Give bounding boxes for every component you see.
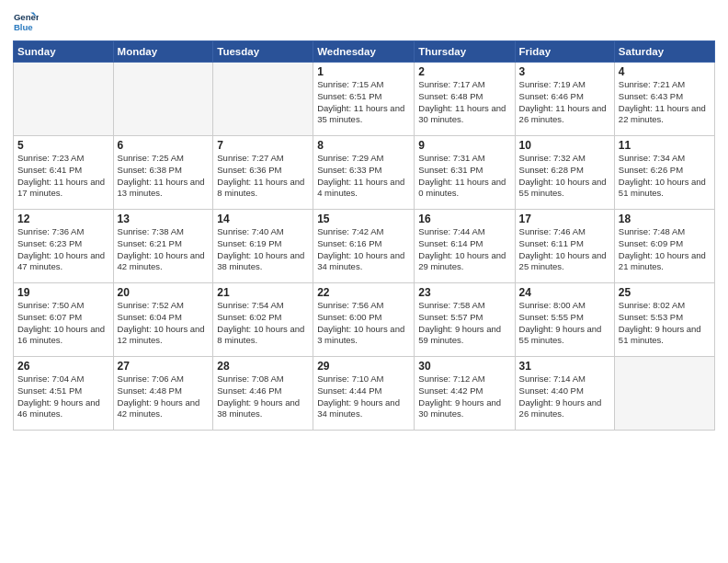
day-info: Sunrise: 7:12 AM Sunset: 4:42 PM Dayligh… [418,373,510,420]
day-info: Sunrise: 8:00 AM Sunset: 5:55 PM Dayligh… [519,300,610,347]
day-info: Sunrise: 7:08 AM Sunset: 4:46 PM Dayligh… [217,373,309,420]
svg-text:Blue: Blue [14,22,33,32]
day-number: 24 [519,286,610,299]
calendar-cell: 30Sunrise: 7:12 AM Sunset: 4:42 PM Dayli… [415,357,515,431]
day-number: 27 [118,360,210,373]
calendar-cell: 21Sunrise: 7:54 AM Sunset: 6:02 PM Dayli… [213,283,313,357]
calendar-cell: 23Sunrise: 7:58 AM Sunset: 5:57 PM Dayli… [415,283,515,357]
day-number: 30 [418,360,510,373]
calendar-cell: 15Sunrise: 7:42 AM Sunset: 6:16 PM Dayli… [313,210,415,283]
day-number: 17 [519,213,610,225]
weekday-header-friday: Friday [515,41,614,63]
day-info: Sunrise: 7:58 AM Sunset: 5:57 PM Dayligh… [418,300,510,347]
calendar-cell [113,63,213,136]
calendar-cell: 29Sunrise: 7:10 AM Sunset: 4:44 PM Dayli… [313,357,415,431]
calendar-cell: 24Sunrise: 8:00 AM Sunset: 5:55 PM Dayli… [515,283,614,357]
calendar-cell: 2Sunrise: 7:17 AM Sunset: 6:48 PM Daylig… [415,63,515,136]
day-number: 13 [118,213,210,225]
day-info: Sunrise: 7:23 AM Sunset: 6:41 PM Dayligh… [17,153,109,200]
day-info: Sunrise: 7:10 AM Sunset: 4:44 PM Dayligh… [317,373,410,420]
week-row-5: 26Sunrise: 7:04 AM Sunset: 4:51 PM Dayli… [14,357,715,431]
day-number: 8 [317,139,410,152]
week-row-4: 19Sunrise: 7:50 AM Sunset: 6:07 PM Dayli… [14,283,715,357]
header-row: SundayMondayTuesdayWednesdayThursdayFrid… [14,41,715,63]
day-number: 3 [519,65,610,78]
calendar-cell: 14Sunrise: 7:40 AM Sunset: 6:19 PM Dayli… [213,210,313,283]
day-number: 21 [217,286,309,299]
calendar-cell: 6Sunrise: 7:25 AM Sunset: 6:38 PM Daylig… [113,136,213,210]
day-number: 15 [317,213,410,225]
calendar-cell: 20Sunrise: 7:52 AM Sunset: 6:04 PM Dayli… [113,283,213,357]
day-number: 25 [619,286,711,299]
header: General Blue [13,9,715,35]
day-info: Sunrise: 7:36 AM Sunset: 6:23 PM Dayligh… [17,226,109,273]
day-number: 12 [17,213,109,225]
calendar-cell: 18Sunrise: 7:48 AM Sunset: 6:09 PM Dayli… [614,210,714,283]
calendar-cell: 13Sunrise: 7:38 AM Sunset: 6:21 PM Dayli… [113,210,213,283]
day-number: 28 [217,360,309,373]
day-info: Sunrise: 7:06 AM Sunset: 4:48 PM Dayligh… [118,373,210,420]
calendar-cell: 22Sunrise: 7:56 AM Sunset: 6:00 PM Dayli… [313,283,415,357]
day-info: Sunrise: 7:29 AM Sunset: 6:33 PM Dayligh… [317,153,410,200]
calendar-cell: 11Sunrise: 7:34 AM Sunset: 6:26 PM Dayli… [614,136,714,210]
calendar-cell: 7Sunrise: 7:27 AM Sunset: 6:36 PM Daylig… [213,136,313,210]
day-number: 11 [619,139,711,152]
day-number: 20 [118,286,210,299]
day-number: 26 [17,360,109,373]
weekday-header-wednesday: Wednesday [313,41,415,63]
logo: General Blue [13,9,42,35]
calendar-cell: 3Sunrise: 7:19 AM Sunset: 6:46 PM Daylig… [515,63,614,136]
day-info: Sunrise: 7:34 AM Sunset: 6:26 PM Dayligh… [619,153,711,200]
day-info: Sunrise: 7:32 AM Sunset: 6:28 PM Dayligh… [519,153,610,200]
calendar-cell [614,357,714,431]
day-info: Sunrise: 7:38 AM Sunset: 6:21 PM Dayligh… [118,226,210,273]
day-number: 29 [317,360,410,373]
weekday-header-saturday: Saturday [614,41,714,63]
day-info: Sunrise: 7:40 AM Sunset: 6:19 PM Dayligh… [217,226,309,273]
calendar-cell: 17Sunrise: 7:46 AM Sunset: 6:11 PM Dayli… [515,210,614,283]
calendar-cell: 8Sunrise: 7:29 AM Sunset: 6:33 PM Daylig… [313,136,415,210]
day-number: 14 [217,213,309,225]
day-info: Sunrise: 7:56 AM Sunset: 6:00 PM Dayligh… [317,300,410,347]
day-info: Sunrise: 7:25 AM Sunset: 6:38 PM Dayligh… [118,153,210,200]
week-row-1: 1Sunrise: 7:15 AM Sunset: 6:51 PM Daylig… [14,63,715,136]
calendar-cell: 25Sunrise: 8:02 AM Sunset: 5:53 PM Dayli… [614,283,714,357]
day-number: 22 [317,286,410,299]
calendar-cell: 5Sunrise: 7:23 AM Sunset: 6:41 PM Daylig… [14,136,114,210]
day-number: 31 [519,360,610,373]
day-info: Sunrise: 7:44 AM Sunset: 6:14 PM Dayligh… [418,226,510,273]
weekday-header-thursday: Thursday [415,41,515,63]
day-info: Sunrise: 7:54 AM Sunset: 6:02 PM Dayligh… [217,300,309,347]
calendar-cell: 1Sunrise: 7:15 AM Sunset: 6:51 PM Daylig… [313,63,415,136]
day-number: 9 [418,139,510,152]
calendar-cell: 4Sunrise: 7:21 AM Sunset: 6:43 PM Daylig… [614,63,714,136]
logo-icon: General Blue [13,9,39,35]
day-info: Sunrise: 8:02 AM Sunset: 5:53 PM Dayligh… [619,300,711,347]
day-info: Sunrise: 7:31 AM Sunset: 6:31 PM Dayligh… [418,153,510,200]
day-info: Sunrise: 7:27 AM Sunset: 6:36 PM Dayligh… [217,153,309,200]
day-number: 1 [317,65,410,78]
calendar-cell: 27Sunrise: 7:06 AM Sunset: 4:48 PM Dayli… [113,357,213,431]
day-number: 18 [619,213,711,225]
day-info: Sunrise: 7:14 AM Sunset: 4:40 PM Dayligh… [519,373,610,420]
svg-text:General: General [14,12,39,22]
day-info: Sunrise: 7:52 AM Sunset: 6:04 PM Dayligh… [118,300,210,347]
day-number: 5 [17,139,109,152]
day-info: Sunrise: 7:42 AM Sunset: 6:16 PM Dayligh… [317,226,410,273]
day-number: 2 [418,65,510,78]
page: General Blue SundayMondayTuesdayWednesda… [0,0,728,563]
day-info: Sunrise: 7:46 AM Sunset: 6:11 PM Dayligh… [519,226,610,273]
weekday-header-tuesday: Tuesday [213,41,313,63]
day-info: Sunrise: 7:21 AM Sunset: 6:43 PM Dayligh… [619,79,711,126]
day-number: 19 [17,286,109,299]
calendar-cell: 28Sunrise: 7:08 AM Sunset: 4:46 PM Dayli… [213,357,313,431]
day-info: Sunrise: 7:04 AM Sunset: 4:51 PM Dayligh… [17,373,109,420]
day-number: 6 [118,139,210,152]
calendar-cell: 31Sunrise: 7:14 AM Sunset: 4:40 PM Dayli… [515,357,614,431]
day-info: Sunrise: 7:17 AM Sunset: 6:48 PM Dayligh… [418,79,510,126]
week-row-2: 5Sunrise: 7:23 AM Sunset: 6:41 PM Daylig… [14,136,715,210]
day-number: 16 [418,213,510,225]
calendar-cell: 9Sunrise: 7:31 AM Sunset: 6:31 PM Daylig… [415,136,515,210]
calendar-cell: 26Sunrise: 7:04 AM Sunset: 4:51 PM Dayli… [14,357,114,431]
calendar-cell: 12Sunrise: 7:36 AM Sunset: 6:23 PM Dayli… [14,210,114,283]
